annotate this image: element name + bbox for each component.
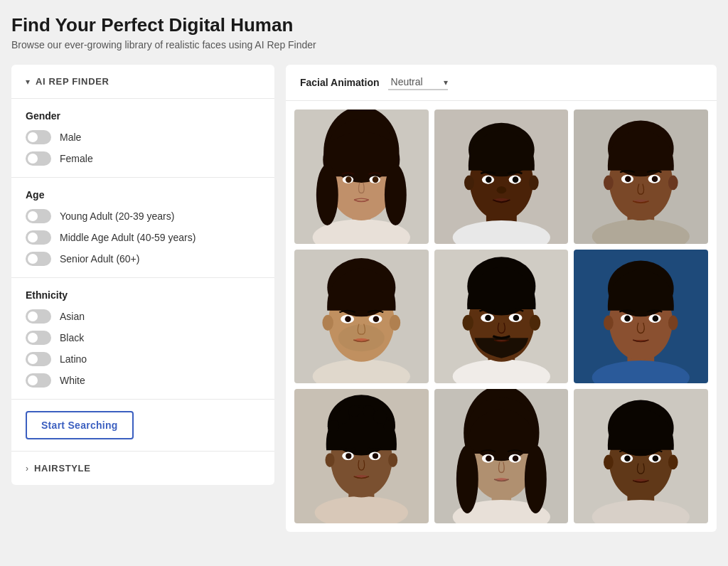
facial-animation-select-wrapper[interactable]: Neutral Happy Sad Angry Surprised ▾ bbox=[388, 75, 448, 90]
svg-point-64 bbox=[315, 496, 408, 523]
young-adult-label: Young Adult (20-39 years) bbox=[60, 210, 174, 222]
black-toggle[interactable] bbox=[26, 331, 51, 345]
left-panel: ▾ AI REP FINDER Gender Male bbox=[11, 65, 274, 485]
svg-point-89 bbox=[512, 456, 518, 462]
svg-point-52 bbox=[513, 314, 519, 321]
svg-point-42 bbox=[338, 324, 385, 351]
ai-rep-finder-header[interactable]: ▾ AI REP FINDER bbox=[26, 76, 260, 87]
hairstyle-section[interactable]: › HAIRSTYLE bbox=[11, 452, 274, 485]
white-toggle[interactable] bbox=[26, 373, 51, 388]
face-card-2[interactable] bbox=[434, 110, 569, 244]
age-title: Age bbox=[26, 189, 260, 201]
face-avatar-2 bbox=[434, 110, 569, 244]
page-subtitle: Browse our ever-growing library of reali… bbox=[11, 39, 717, 50]
svg-point-57 bbox=[604, 315, 614, 330]
latino-toggle[interactable] bbox=[26, 352, 51, 366]
svg-point-23 bbox=[592, 219, 690, 243]
svg-point-67 bbox=[336, 410, 350, 424]
svg-point-33 bbox=[313, 359, 410, 383]
middle-age-label: Middle Age Adult (40-59 years) bbox=[60, 232, 196, 243]
latino-label: Latino bbox=[60, 353, 87, 365]
face-card-5[interactable] bbox=[434, 250, 569, 384]
face-avatar-8 bbox=[434, 389, 569, 523]
svg-point-54 bbox=[592, 361, 690, 384]
face-card-1[interactable] bbox=[294, 110, 429, 244]
svg-point-48 bbox=[529, 314, 540, 330]
face-avatar-5 bbox=[434, 250, 569, 384]
chevron-right-icon: › bbox=[26, 464, 28, 474]
face-card-7[interactable] bbox=[294, 389, 429, 523]
white-toggle-track bbox=[26, 373, 51, 388]
right-panel: Facial Animation Neutral Happy Sad Angry… bbox=[286, 65, 717, 532]
toggle-row-middle-age: Middle Age Adult (40-59 years) bbox=[26, 230, 260, 245]
age-filter-group: Age Young Adult (20-39 years) Middle Age… bbox=[11, 178, 274, 278]
male-toggle[interactable] bbox=[26, 130, 51, 144]
svg-point-15 bbox=[464, 176, 474, 191]
middle-age-toggle-track bbox=[26, 230, 51, 245]
face-card-9[interactable] bbox=[574, 389, 708, 523]
svg-point-94 bbox=[604, 455, 614, 470]
toggle-row-female: Female bbox=[26, 151, 260, 166]
asian-label: Asian bbox=[60, 311, 85, 322]
latino-toggle-track bbox=[26, 352, 51, 366]
female-toggle-track bbox=[26, 151, 51, 166]
svg-point-85 bbox=[525, 445, 547, 513]
face-card-3[interactable] bbox=[574, 110, 708, 244]
svg-point-78 bbox=[373, 454, 378, 459]
svg-point-69 bbox=[363, 405, 374, 417]
svg-point-37 bbox=[390, 314, 400, 330]
page-title: Find Your Perfect Digital Human bbox=[11, 14, 717, 36]
svg-point-9 bbox=[346, 176, 352, 183]
svg-point-99 bbox=[653, 456, 659, 462]
gender-title: Gender bbox=[26, 110, 260, 122]
svg-point-31 bbox=[652, 176, 658, 182]
svg-point-16 bbox=[529, 176, 539, 191]
asian-toggle[interactable] bbox=[26, 309, 51, 324]
svg-point-27 bbox=[668, 176, 678, 191]
svg-point-72 bbox=[383, 421, 395, 432]
chevron-down-icon: ▾ bbox=[26, 77, 30, 87]
young-adult-toggle[interactable] bbox=[26, 209, 51, 223]
svg-point-6 bbox=[385, 164, 407, 225]
ethnicity-title: Ethnicity bbox=[26, 289, 260, 301]
page-wrapper: Find Your Perfect Digital Human Browse o… bbox=[0, 0, 728, 546]
senior-toggle[interactable] bbox=[26, 252, 51, 266]
toggle-row-white: White bbox=[26, 373, 260, 388]
svg-point-21 bbox=[496, 186, 506, 193]
svg-point-61 bbox=[625, 315, 631, 321]
middle-age-toggle[interactable] bbox=[26, 230, 51, 245]
toggle-row-latino: Latino bbox=[26, 352, 260, 366]
svg-point-74 bbox=[388, 454, 397, 468]
svg-point-5 bbox=[316, 164, 338, 225]
svg-point-47 bbox=[462, 314, 473, 330]
toggle-row-young-adult: Young Adult (20-39 years) bbox=[26, 209, 260, 223]
gender-filter-group: Gender Male Female bbox=[11, 99, 274, 178]
svg-point-91 bbox=[592, 500, 690, 523]
face-card-6[interactable] bbox=[574, 250, 708, 384]
senior-label: Senior Adult (60+) bbox=[60, 253, 139, 265]
start-searching-button[interactable]: Start Searching bbox=[26, 411, 134, 439]
page-header: Find Your Perfect Digital Human Browse o… bbox=[11, 14, 717, 50]
svg-point-26 bbox=[604, 176, 614, 191]
svg-point-70 bbox=[373, 410, 387, 424]
hairstyle-header[interactable]: › HAIRSTYLE bbox=[26, 463, 260, 474]
ai-rep-finder-section[interactable]: ▾ AI REP FINDER bbox=[11, 65, 274, 99]
faces-grid bbox=[286, 101, 717, 532]
svg-point-98 bbox=[625, 456, 631, 462]
female-toggle[interactable] bbox=[26, 151, 51, 166]
toggle-row-male: Male bbox=[26, 130, 260, 144]
face-card-4[interactable] bbox=[294, 250, 429, 384]
svg-point-36 bbox=[322, 314, 333, 330]
ethnicity-filter-group: Ethnicity Asian Black bbox=[11, 278, 274, 400]
white-label: White bbox=[60, 375, 85, 386]
svg-point-62 bbox=[653, 315, 659, 321]
main-content: ▾ AI REP FINDER Gender Male bbox=[11, 65, 717, 532]
hairstyle-label: HAIRSTYLE bbox=[34, 463, 91, 474]
black-toggle-track bbox=[26, 331, 51, 345]
black-label: Black bbox=[60, 332, 84, 343]
facial-animation-select[interactable]: Neutral Happy Sad Angry Surprised bbox=[388, 75, 448, 90]
svg-point-84 bbox=[456, 445, 478, 513]
toggle-row-senior: Senior Adult (60+) bbox=[26, 252, 260, 266]
svg-point-30 bbox=[625, 176, 631, 182]
face-card-8[interactable] bbox=[434, 389, 569, 523]
